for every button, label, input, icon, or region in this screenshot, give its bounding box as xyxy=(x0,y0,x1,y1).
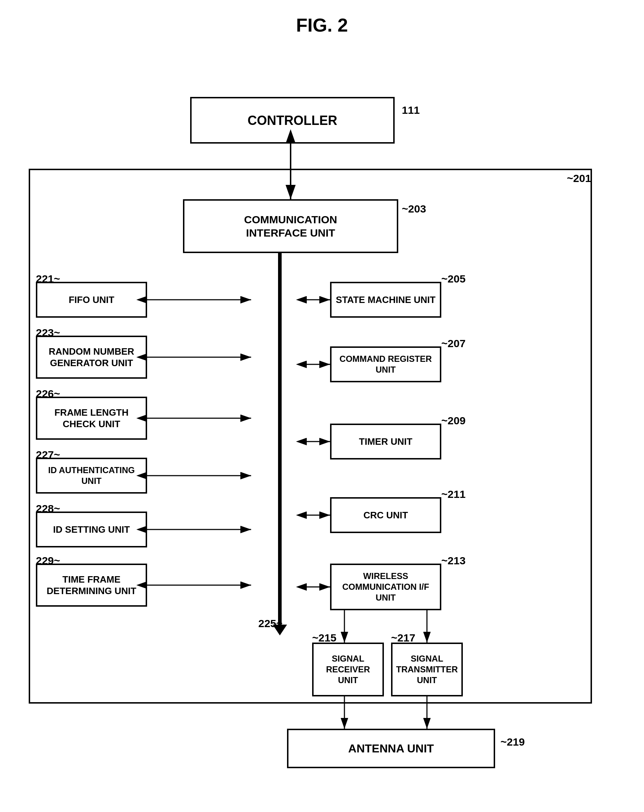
diagram: FIG. 2 CONTROLLER 111 ~201 COMMUNICATION… xyxy=(0,0,644,812)
command-box: COMMAND REGISTER UNIT xyxy=(330,346,441,382)
crc-box: CRC UNIT xyxy=(330,497,441,533)
wireless-ref: ~213 xyxy=(441,555,466,567)
comm-interface-box: COMMUNICATIONINTERFACE UNIT xyxy=(183,199,398,253)
id-auth-box: ID AUTHENTICATING UNIT xyxy=(36,458,147,494)
time-frame-box: TIME FRAMEDETERMINING UNIT xyxy=(36,563,147,607)
controller-box: CONTROLLER xyxy=(190,97,395,143)
signal-transmitter-box: SIGNALTRANSMITTERUNIT xyxy=(391,643,463,696)
timer-box: TIMER UNIT xyxy=(330,424,441,459)
id-setting-box: ID SETTING UNIT xyxy=(36,511,147,548)
timer-ref: ~209 xyxy=(441,415,466,427)
crc-ref: ~211 xyxy=(441,488,466,501)
signal-receiver-ref: ~215 xyxy=(312,632,336,644)
antenna-box: ANTENNA UNIT xyxy=(287,729,495,768)
bus-ref: 225~ xyxy=(258,617,283,630)
wireless-box: WIRELESSCOMMUNICATION I/F UNIT xyxy=(330,563,441,610)
signal-transmitter-ref: ~217 xyxy=(391,632,416,644)
command-ref: ~207 xyxy=(441,337,466,350)
comm-interface-ref: ~203 xyxy=(402,203,426,215)
fifo-box: FIFO UNIT xyxy=(36,282,147,318)
controller-ref: 111 xyxy=(402,104,420,116)
signal-receiver-box: SIGNALRECEIVERUNIT xyxy=(312,643,384,696)
outer-ref: ~201 xyxy=(567,172,591,185)
state-machine-ref: ~205 xyxy=(441,273,466,285)
figure-title: FIG. 2 xyxy=(296,14,348,36)
frame-box: FRAME LENGTHCHECK UNIT xyxy=(36,397,147,440)
random-box: RANDOM NUMBERGENERATOR UNIT xyxy=(36,336,147,379)
antenna-ref: ~219 xyxy=(501,736,525,748)
state-machine-box: STATE MACHINE UNIT xyxy=(330,282,441,318)
